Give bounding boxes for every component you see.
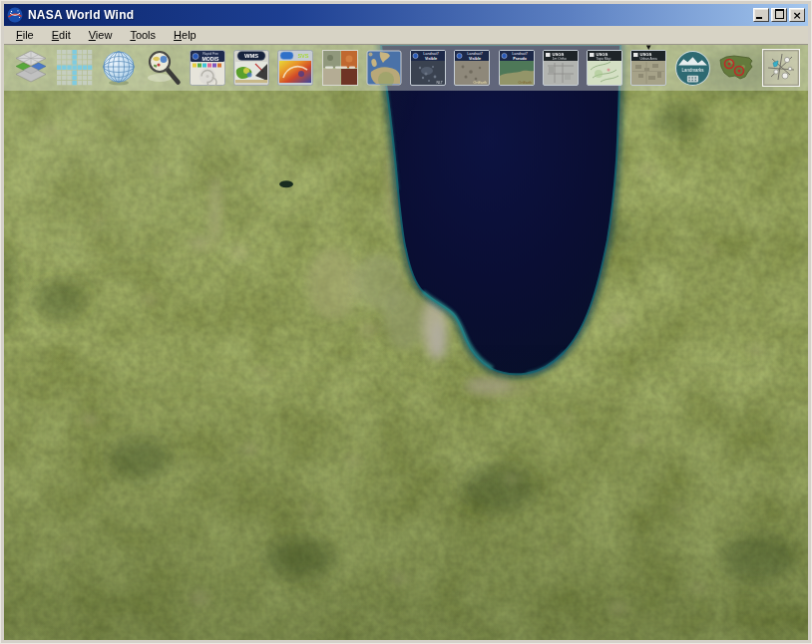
layer-manager-button[interactable] (11, 45, 51, 91)
wms-icon: WMS (233, 50, 269, 86)
us-map-markers-icon (718, 50, 755, 86)
menu-item-tools[interactable]: Tools (121, 28, 165, 43)
survey-tool-icon (762, 49, 800, 87)
svg-text:Topo Map: Topo Map (597, 57, 611, 61)
svg-text:Visible: Visible (469, 57, 481, 61)
landsat7-visible-nlt-button[interactable]: Landsat7 Visible NLT (408, 45, 448, 91)
landsat7-visible-onearth-icon: Landsat7 Visible OnEarth (454, 50, 490, 86)
lat-lon-grid-icon (57, 50, 93, 86)
svs-icon: SVS (277, 50, 313, 86)
svg-text:OnEarth: OnEarth (518, 81, 531, 85)
layer-manager-icon (13, 50, 49, 86)
close-button[interactable]: × (789, 8, 805, 22)
app-window: NASA World Wind × File Edit View Tools H… (0, 0, 812, 644)
active-layer-caret-icon: ▼ (644, 45, 652, 51)
menu-item-view[interactable]: View (80, 28, 122, 43)
maximize-icon (775, 9, 784, 19)
svg-text:SVS: SVS (298, 53, 309, 59)
svg-text:OnEarth: OnEarth (474, 81, 487, 85)
globe-icon (101, 50, 137, 86)
menu-item-file[interactable]: File (7, 28, 43, 43)
usgs-urban-area-button[interactable]: ▼ USGS Urban Area (628, 45, 668, 91)
maximize-button[interactable] (771, 8, 787, 22)
svg-text:Landsat7: Landsat7 (423, 52, 439, 56)
titlebar[interactable]: NASA World Wind × (4, 4, 808, 26)
minimize-icon (756, 17, 762, 19)
wms-browser-button[interactable]: WMS (231, 45, 271, 91)
menubar: File Edit View Tools Help (4, 26, 808, 45)
landsat7-pseudo-button[interactable]: Landsat7 Pseudo OnEarth (497, 45, 537, 91)
us-placenames-button[interactable] (717, 45, 757, 91)
satellite-map[interactable] (4, 45, 808, 640)
usgs-topo-map-icon: USGS Topo Map (587, 50, 622, 86)
rapid-fire-modis-button[interactable]: Rapid Fire MODIS (188, 45, 227, 91)
window-title: NASA World Wind (28, 8, 748, 22)
landsat7-visible-nlt-icon: Landsat7 Visible NLT (410, 50, 446, 86)
svg-text:Pseudo: Pseudo (513, 57, 527, 61)
europe-map-icon (366, 50, 402, 86)
europe-imagery-button[interactable] (364, 45, 404, 91)
landsat7-visible-onearth-button[interactable]: Landsat7 Visible OnEarth (452, 45, 492, 91)
landsat7-pseudo-icon: Landsat7 Pseudo OnEarth (499, 50, 535, 86)
menu-item-help[interactable]: Help (165, 28, 205, 43)
svg-text:MODIS: MODIS (202, 56, 219, 62)
place-finder-button[interactable] (144, 45, 184, 91)
landmarks-icon: Landmarks (674, 50, 711, 87)
place-finder-magnifier-icon (146, 50, 182, 86)
usgs-urban-area-icon: USGS Urban Area (630, 50, 666, 86)
landmarks-button[interactable]: Landmarks (673, 45, 713, 91)
layer-toolbar: Rapid Fire MODIS WMS (4, 45, 808, 91)
svg-text:Landmarks: Landmarks (682, 68, 705, 73)
nasa-logo-icon (7, 7, 23, 23)
svs-button[interactable]: SVS (275, 45, 315, 91)
earth-imagery-panels-button[interactable] (320, 45, 360, 91)
usgs-topo-map-button[interactable]: USGS Topo Map (585, 45, 624, 91)
close-icon: × (790, 9, 804, 21)
earth-imagery-panels-icon (322, 50, 358, 86)
lat-lon-grid-button[interactable] (55, 45, 95, 91)
survey-tool-button[interactable] (761, 45, 801, 91)
svg-text:1m Ortho: 1m Ortho (552, 57, 566, 61)
svg-text:Urban Area: Urban Area (640, 57, 657, 61)
rapid-fire-modis-icon: Rapid Fire MODIS (190, 50, 225, 86)
usgs-1m-ortho-button[interactable]: USGS 1m Ortho (541, 45, 581, 91)
svg-text:Landsat7: Landsat7 (468, 52, 484, 56)
svg-text:WMS: WMS (244, 53, 258, 59)
minimize-button[interactable] (753, 8, 769, 22)
svg-text:NLT: NLT (437, 81, 444, 85)
window-controls: × (753, 8, 805, 22)
usgs-1m-ortho-icon: USGS 1m Ortho (543, 50, 579, 86)
globe-button[interactable] (99, 45, 139, 91)
menu-item-edit[interactable]: Edit (43, 28, 80, 43)
map-viewport: Rapid Fire MODIS WMS (4, 45, 808, 640)
svg-text:Visible: Visible (425, 57, 437, 61)
svg-text:Landsat7: Landsat7 (512, 52, 528, 56)
